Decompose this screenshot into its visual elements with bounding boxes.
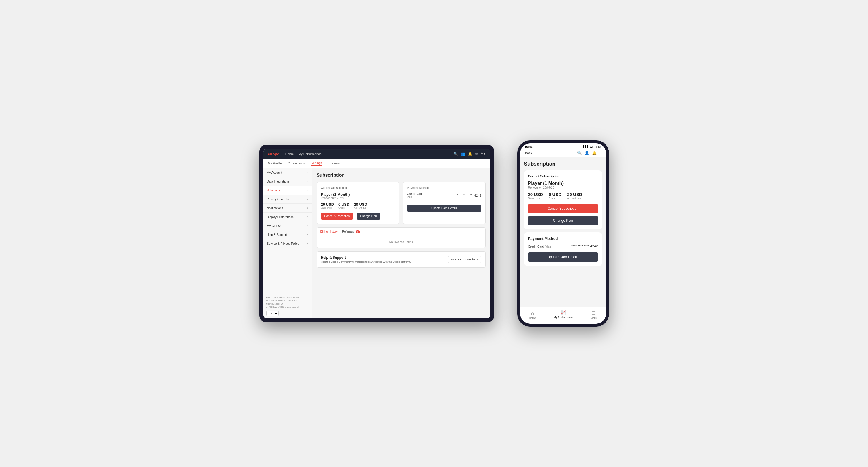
phone-cc-type: Credit Card [528, 245, 544, 248]
tab-home[interactable]: ⌂ Home [529, 311, 536, 319]
performance-icon: 📈 [560, 310, 566, 315]
chevron-icon: › [308, 198, 308, 200]
add-icon[interactable]: ⊕ [475, 152, 478, 156]
add-icon[interactable]: ⊕ [599, 151, 602, 155]
chevron-icon: › [308, 180, 308, 183]
phone-current-sub-title: Current Subscription [528, 175, 598, 178]
community-button-label: Visit Our Community [451, 258, 474, 261]
sidebar-label-privacy-policy: Service & Privacy Policy [267, 242, 299, 245]
sidebar-item-help[interactable]: Help & Support ↗ [264, 230, 312, 239]
tablet-main-content: Subscription Current Subscription Player… [312, 168, 490, 318]
billing-tab-referrals[interactable]: Referrals 0 [342, 228, 360, 236]
bell-icon[interactable]: 🔔 [592, 151, 597, 155]
tablet-nav-home[interactable]: Home [285, 152, 294, 156]
user-icon[interactable]: 👤 [585, 151, 589, 155]
plan-name: Player (1 Month) [321, 192, 395, 196]
back-button[interactable]: ‹ Back [524, 151, 532, 155]
phone-cc-brand: Visa [545, 245, 551, 248]
credit-value: 0 USD [338, 202, 349, 207]
sidebar-item-privacy-policy[interactable]: Service & Privacy Policy ↗ [264, 239, 312, 248]
credit-label: Credit [338, 207, 349, 209]
language-selector-wrapper[interactable]: EN [266, 311, 309, 316]
search-icon[interactable]: 🔍 [454, 152, 458, 156]
current-subscription-card: Current Subscription Player (1 Month) Re… [317, 182, 400, 224]
sidebar-item-display[interactable]: Display Preferences › [264, 213, 312, 221]
billing-tabs: Billing History Referrals 0 [317, 228, 486, 237]
phone-cancel-button[interactable]: Cancel Subscription [528, 204, 598, 213]
sidebar-label-privacy: Privacy Controls [267, 197, 288, 201]
bell-icon[interactable]: 🔔 [468, 152, 472, 156]
sidebar-label-golf-bag: My Golf Bag [267, 224, 283, 227]
billing-tab-history[interactable]: Billing History [320, 228, 338, 236]
subscription-actions: Cancel Subscription Change Plan [321, 213, 395, 220]
phone-time: 10:43 [525, 145, 533, 148]
tab-menu-label: Menu [591, 317, 597, 319]
tablet-device: clippd Home My Performance 🔍 👥 🔔 ⊕ A ▾ M… [259, 145, 494, 322]
tablet-subnav: My Profile Connections Settings Tutorial… [264, 159, 490, 168]
phone-cc-info: Credit Card Visa [528, 244, 551, 249]
wifi-icon: WiFi [590, 145, 595, 148]
sidebar-item-privacy[interactable]: Privacy Controls › [264, 195, 312, 204]
subnav-settings[interactable]: Settings [311, 161, 322, 166]
sidebar-item-subscription[interactable]: Subscription › [264, 186, 312, 195]
phone-payment-title: Payment Method [528, 237, 598, 241]
base-price-label: Base price [321, 207, 334, 209]
phone-update-card-button[interactable]: Update Card Details [528, 252, 598, 262]
current-subscription-title: Current Subscription [321, 186, 395, 189]
amount-due-label: Amount due [354, 207, 367, 209]
version-line1: Clippd Client Version: 2023.07.6-8 [266, 296, 309, 299]
back-chevron-icon: ‹ [524, 151, 525, 155]
subnav-tutorials[interactable]: Tutorials [328, 162, 340, 165]
help-description: Visit the Clippd Community to troublesho… [321, 260, 411, 263]
amount-due-value: 20 USD [354, 202, 367, 207]
users-icon[interactable]: 👥 [461, 152, 465, 156]
sidebar-label-notifications: Notifications [267, 206, 283, 210]
cc-brand: Visa [407, 195, 422, 198]
cc-number: **** **** **** 4242 [457, 194, 481, 197]
tab-performance[interactable]: 📈 My Performance [554, 310, 572, 320]
chevron-icon: › [308, 189, 308, 192]
sidebar-item-account[interactable]: My Account › [264, 168, 312, 177]
phone-nav-icons: 🔍 👤 🔔 ⊕ [577, 151, 602, 155]
subscription-grid: Current Subscription Player (1 Month) Re… [317, 182, 486, 224]
chevron-icon: › [308, 207, 308, 210]
sidebar-label-subscription: Subscription [267, 189, 283, 192]
subnav-connections[interactable]: Connections [287, 162, 305, 165]
credit-item: 0 USD Credit [338, 202, 349, 209]
external-link-icon: ↗ [476, 258, 478, 261]
version-line3: Client ID: Z5PHOr-eyFS9RaWraNK0t_d_app_m… [266, 302, 309, 309]
referrals-badge: 0 [355, 230, 360, 234]
user-avatar[interactable]: A ▾ [481, 152, 486, 156]
change-plan-button[interactable]: Change Plan [357, 213, 380, 220]
battery-icon: 85% [596, 145, 601, 148]
tablet-nav-performance[interactable]: My Performance [298, 152, 321, 156]
search-icon[interactable]: 🔍 [577, 151, 582, 155]
back-label: Back [525, 151, 532, 155]
phone-change-plan-button[interactable]: Change Plan [528, 216, 598, 225]
tab-menu[interactable]: ☰ Menu [591, 311, 597, 319]
phone-cc-number: **** **** **** 4242 [571, 244, 598, 248]
sidebar-item-data-integrations[interactable]: Data Integrations › [264, 177, 312, 186]
amount-due-item: 20 USD Amount due [354, 202, 367, 209]
sidebar-label-help: Help & Support [267, 233, 287, 237]
update-card-button[interactable]: Update Card Details [407, 205, 482, 212]
phone-base-value: 20 USD [528, 192, 543, 197]
visit-community-button[interactable]: Visit Our Community ↗ [448, 256, 481, 263]
external-link-icon: ↗ [306, 234, 308, 236]
cancel-subscription-button[interactable]: Cancel Subscription [321, 213, 353, 220]
sidebar-item-golf-bag[interactable]: My Golf Bag › [264, 221, 312, 230]
subnav-myprofile[interactable]: My Profile [268, 162, 282, 165]
phone-status-bar: 10:43 ▌▌▌ WiFi 85% [520, 143, 606, 150]
sidebar-label-data: Data Integrations [267, 180, 290, 183]
phone-current-subscription-card: Current Subscription Player (1 Month) Re… [524, 170, 602, 229]
phone-credit: 0 USD Credit [549, 192, 561, 200]
phone-base-label: Base price [528, 197, 543, 200]
billing-tab-referrals-label: Referrals [342, 230, 354, 233]
battery-level: 85 [596, 145, 599, 148]
external-link-icon: ↗ [306, 242, 308, 245]
language-select[interactable]: EN [266, 311, 279, 316]
phone-payment-card: Payment Method Credit Card Visa **** ***… [524, 232, 602, 266]
sidebar-item-notifications[interactable]: Notifications › [264, 204, 312, 213]
base-price-value: 20 USD [321, 202, 334, 207]
phone-content: Subscription Current Subscription Player… [520, 157, 606, 307]
